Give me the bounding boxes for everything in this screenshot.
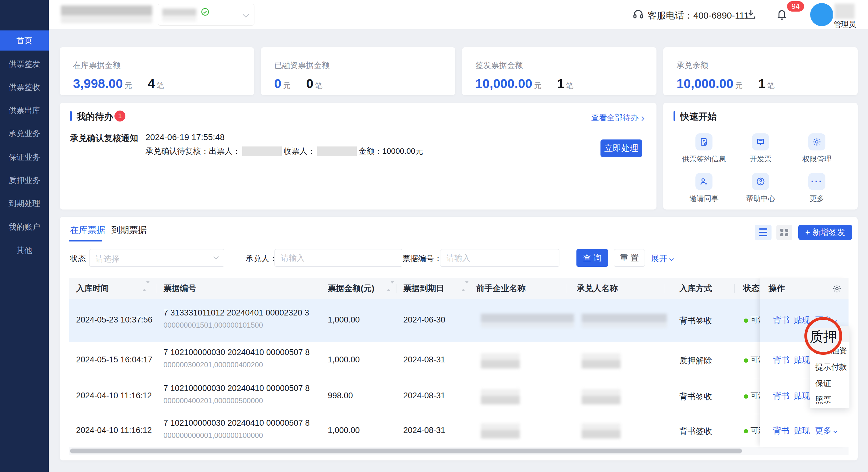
stat-card-acceptance-balance: 承兑余额 10,000.00元1笔	[663, 47, 858, 95]
tab-matured-bills[interactable]: 到期票据	[112, 224, 147, 236]
cell-due: 2024-08-31	[403, 426, 445, 435]
quickstart-item-invite[interactable]: 邀请同事	[676, 173, 732, 203]
user-role: 管理员	[834, 20, 856, 29]
drawer-name-masked	[242, 146, 282, 156]
cell-bill-sub: 000000001501,000000101500	[163, 321, 263, 329]
acceptor-input[interactable]	[275, 249, 402, 267]
sidebar-item-issue[interactable]: 供票签发	[0, 54, 49, 74]
quickstart-item-more[interactable]: ··· 更多	[788, 173, 845, 203]
discount-link[interactable]: 贴现	[794, 315, 810, 326]
endorse-link[interactable]: 背书	[773, 354, 789, 365]
org-name-masked	[162, 8, 196, 21]
avatar[interactable]	[810, 3, 833, 26]
front-company-masked	[481, 389, 520, 404]
expand-filters-link[interactable]: 展开	[651, 253, 673, 264]
menu-item-prompt-payment[interactable]: 提示付款	[810, 359, 849, 375]
col-inbound-time[interactable]: 入库时间	[76, 278, 109, 299]
quickstart-item-invoice[interactable]: 开发票	[732, 134, 789, 164]
quickstart-item-permissions[interactable]: 权限管理	[788, 134, 845, 164]
quickstart-item-help[interactable]: 帮助中心	[732, 173, 789, 203]
acceptor-masked	[582, 389, 621, 404]
sidebar-item-guarantee[interactable]: 保证业务	[0, 147, 49, 167]
topbar: 客服电话：400-6890-111 94 管理员	[49, 0, 868, 29]
username-masked	[835, 4, 855, 19]
check-circle-icon	[200, 7, 210, 17]
stat-count: 1	[758, 77, 766, 91]
sidebar-item-home[interactable]: 首页	[0, 30, 49, 51]
active-tab-underline	[69, 240, 102, 241]
stat-label: 在库票据金额	[73, 60, 121, 71]
sort-inbound-time[interactable]	[143, 284, 146, 289]
payee-name-masked	[317, 146, 357, 156]
reset-button[interactable]: 重 置	[614, 249, 645, 267]
acceptor-masked	[582, 314, 667, 328]
sidebar-item-acceptance[interactable]: 承兑业务	[0, 123, 49, 143]
col-acceptor: 承兑人名称	[577, 278, 618, 299]
table-row[interactable]: 2024-05-15 16:04:17 7 102100000030 20240…	[69, 342, 848, 378]
cell-bill-no: 7 102100000030 20240410 00000507 8	[163, 348, 310, 357]
column-settings-gear-icon[interactable]	[832, 284, 842, 294]
notification-bell-icon[interactable]	[776, 8, 788, 20]
handle-now-button[interactable]: 立即处理	[600, 140, 642, 157]
quickstart-panel: 快速开始 供票签约信息 开发票 权限管理 邀请同事 帮助中心 ··· 更多	[663, 102, 858, 209]
endorse-link[interactable]: 背书	[773, 425, 789, 436]
col-bill-no: 票据编号	[163, 278, 196, 299]
table-row[interactable]: 2024-04-10 11:16:12 7 102100000030 20240…	[69, 378, 848, 414]
grid-view-toggle[interactable]	[776, 225, 792, 240]
cell-amount: 998.00	[328, 391, 353, 401]
menu-item-view-bill[interactable]: 照票	[810, 392, 849, 408]
status-select[interactable]: 请选择	[89, 249, 224, 267]
sort-amount[interactable]	[387, 284, 391, 289]
col-front-company: 前手企业名称	[476, 278, 526, 299]
cell-time: 2024-05-15 16:04:17	[76, 355, 153, 364]
more-link[interactable]: 更多	[815, 425, 837, 436]
cell-method: 背书签收	[679, 426, 712, 437]
view-all-todos-link[interactable]: 查看全部待办	[591, 112, 644, 123]
col-due-date[interactable]: 票据到期日	[403, 278, 444, 299]
quickstart-item-contract-info[interactable]: 供票签约信息	[676, 134, 732, 164]
service-phone: 客服电话：400-6890-111	[648, 9, 749, 22]
discount-link[interactable]: 贴现	[794, 390, 810, 401]
bill-no-filter-label: 票据编号：	[402, 253, 442, 264]
ellipsis-icon: ···	[808, 173, 826, 190]
acceptor-masked	[582, 353, 621, 368]
sidebar-item-outbound[interactable]: 供票出库	[0, 100, 49, 120]
sidebar-item-receive[interactable]: 供票签收	[0, 77, 49, 97]
table-row[interactable]: 2024-04-10 11:16:12 7 102100000030 20240…	[69, 414, 848, 447]
endorse-link[interactable]: 背书	[773, 390, 789, 401]
col-status: 状态	[743, 278, 760, 299]
sidebar-item-pledge[interactable]: 质押业务	[0, 170, 49, 190]
download-icon[interactable]	[745, 8, 756, 20]
operations-header: 操作	[760, 278, 848, 299]
todo-count-badge: 1	[115, 111, 125, 121]
todo-panel: 我的待办 1 查看全部待办 承兑确认复核通知 2024-06-19 17:55:…	[60, 102, 656, 209]
sidebar-item-account[interactable]: 我的账户	[0, 217, 49, 237]
horizontal-scrollbar-thumb[interactable]	[70, 448, 742, 453]
list-view-toggle[interactable]	[755, 225, 772, 240]
person-add-icon	[695, 173, 712, 190]
bill-no-input[interactable]	[440, 249, 559, 267]
search-button[interactable]: 查 询	[577, 249, 608, 267]
quickstart-label: 更多	[788, 194, 845, 203]
quickstart-label: 供票签约信息	[676, 154, 732, 164]
stat-label: 签发票据金额	[475, 60, 523, 71]
discount-link[interactable]: 贴现	[794, 354, 810, 365]
stat-count-unit: 笔	[315, 81, 322, 90]
tab-in-stock-bills[interactable]: 在库票据	[70, 224, 105, 236]
table-row[interactable]: 2024-05-23 10:37:56 7 313331011012 20240…	[69, 299, 848, 342]
cell-due: 2024-08-31	[403, 391, 445, 401]
sidebar-item-other[interactable]: 其他	[0, 240, 49, 260]
stat-amount-unit: 元	[125, 81, 132, 90]
quickstart-label: 邀请同事	[676, 194, 732, 203]
org-switcher[interactable]	[158, 4, 254, 26]
add-issue-button[interactable]: + 新增签发	[798, 225, 852, 240]
sidebar-item-maturity[interactable]: 到期处理	[0, 194, 49, 213]
stat-count: 0	[306, 77, 313, 91]
endorse-link[interactable]: 背书	[773, 315, 789, 326]
sort-due-date[interactable]	[461, 284, 465, 289]
col-amount[interactable]: 票据金额(元)	[328, 278, 374, 299]
cell-bill-no: 7 313331011012 20240401 00002320 3	[163, 308, 309, 318]
menu-item-guarantee[interactable]: 保证	[810, 375, 849, 392]
stat-count: 4	[148, 77, 155, 91]
discount-link[interactable]: 贴现	[794, 425, 810, 436]
